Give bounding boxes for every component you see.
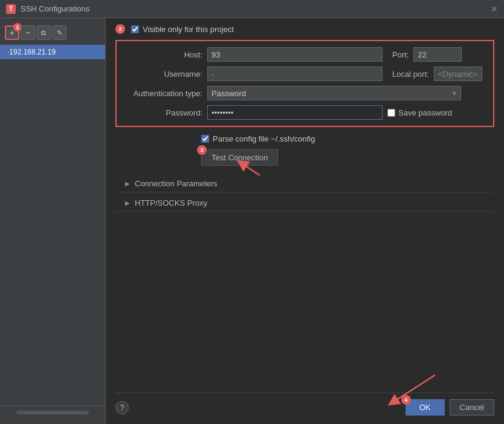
edit-button[interactable]: ✎ [52,25,66,40]
localport-label: Local port: [392,70,429,79]
save-password-label: Save password [398,108,452,117]
add-button[interactable]: + 1 [5,25,19,40]
password-row: Password: Save password [124,105,486,120]
cancel-button[interactable]: Cancel [450,399,494,416]
sidebar-bottom [0,405,105,419]
badge-3-icon: 3 [197,145,207,155]
ok-wrapper: 4 OK [405,399,445,416]
port-label: Port: [392,50,409,59]
auth-select[interactable]: Password [207,86,461,100]
localport-input[interactable] [434,67,482,81]
expand-arrow-icon: ▶ [125,180,130,187]
password-input[interactable] [207,105,383,120]
port-input[interactable] [413,47,462,62]
http-proxy-expand-icon: ▶ [125,200,130,206]
host-port-row: Host: Port: [124,47,486,62]
http-proxy-label: HTTP/SOCKS Proxy [135,198,207,207]
parse-config-checkbox[interactable] [201,135,209,143]
close-button[interactable]: ✕ [491,4,498,14]
visible-only-label: Visible only for this project [143,25,234,34]
form-box: Host: Port: Username: Local port: Authen… [115,40,494,127]
connection-params-section[interactable]: ▶ Connection Parameters [115,175,494,192]
save-password-checkbox[interactable] [387,109,395,117]
app-icon: T [6,4,16,14]
username-label: Username: [124,70,202,79]
badge-2-icon: 2 [115,24,125,34]
connection-params-label: Connection Parameters [135,179,218,188]
window-title: SSH Configurations [21,4,89,13]
auth-row: Authentication type: Password ▼ [124,86,486,100]
help-button[interactable]: ? [115,401,129,414]
visible-row: 2 Visible only for this project [115,24,494,34]
visible-only-checkbox[interactable] [131,25,139,33]
copy-button[interactable]: ⧉ [36,25,51,40]
bottom-right-buttons: 4 OK Cancel [405,399,494,416]
auth-label: Authentication type: [124,89,202,98]
auth-select-wrapper: Password ▼ [207,86,461,100]
sidebar-scrollbar[interactable] [16,411,89,414]
sidebar-spacer [0,59,105,405]
parse-config-label: Parse config file ~/.ssh/config [213,134,315,143]
username-input[interactable] [207,67,383,81]
password-label: Password: [124,108,202,117]
parse-config-row: Parse config file ~/.ssh/config [115,134,494,143]
main-layout: + 1 − ⧉ ✎ ·192.168.21.19 2 Visible only … [0,18,504,424]
ok-button[interactable]: 4 OK [405,399,445,416]
username-row: Username: Local port: [124,67,486,81]
remove-button[interactable]: − [21,25,35,40]
sidebar: + 1 − ⧉ ✎ ·192.168.21.19 [0,18,106,424]
toolbar-row: + 1 − ⧉ ✎ [0,23,105,42]
test-connection-row: 3 Test Connection [115,149,494,166]
host-label: Host: [124,50,202,59]
test-connection-button[interactable]: 3 Test Connection [201,149,278,166]
host-input[interactable] [207,47,383,62]
badge-4-icon: 4 [401,395,411,405]
content-area: 2 Visible only for this project Host: Po… [106,18,504,424]
save-password-group: Save password [387,108,452,117]
http-proxy-section[interactable]: ▶ HTTP/SOCKS Proxy [115,195,494,212]
title-bar: T SSH Configurations ✕ [0,0,504,18]
sidebar-item-host[interactable]: ·192.168.21.19 [0,45,105,59]
bottom-bar: ? 4 OK Cancel [115,393,494,418]
